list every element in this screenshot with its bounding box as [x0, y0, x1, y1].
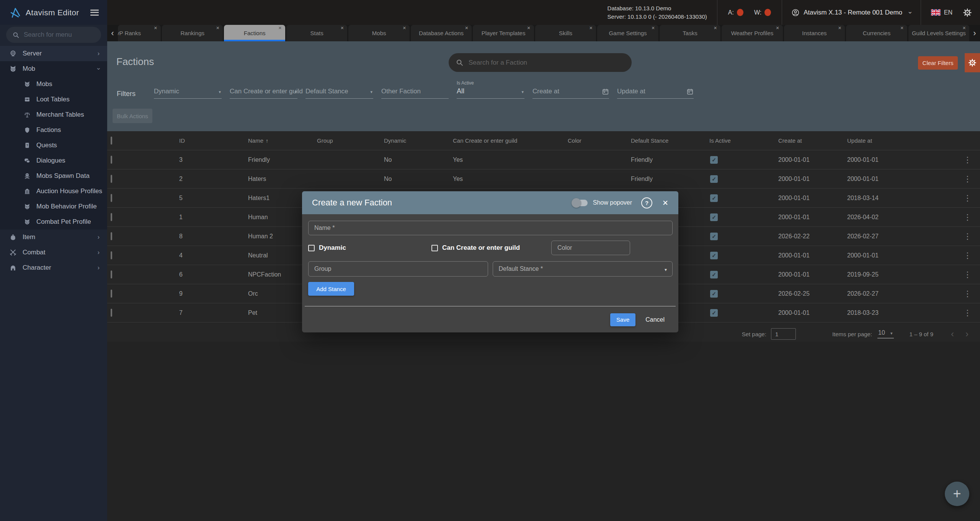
row-actions-menu[interactable]: ⋮ [964, 308, 980, 317]
items-per-page-select[interactable]: 10▾ [877, 329, 894, 339]
row-checkbox[interactable] [111, 175, 112, 183]
column-header-update-at[interactable]: Update at [844, 137, 913, 144]
column-header-dynamic[interactable]: Dynamic [381, 137, 450, 144]
is-active-checkbox[interactable]: ✓ [710, 156, 718, 164]
sidebar-item-mob-behavior-profile[interactable]: Mob Behavior Profile [0, 199, 107, 214]
filter-default-stance[interactable]: Default Stance▾ [305, 81, 373, 99]
row-checkbox[interactable] [111, 232, 112, 240]
tab-database-actions[interactable]: Database Actions✕ [411, 25, 472, 41]
tab-close-icon[interactable]: ✕ [340, 26, 344, 31]
column-header-group[interactable]: Group [314, 137, 381, 144]
row-actions-menu[interactable]: ⋮ [964, 289, 980, 298]
tab-guild-levels-settings[interactable]: Guild Levels Settings✕ [908, 25, 969, 41]
add-stance-button[interactable]: Add Stance [308, 282, 354, 296]
filter-dynamic[interactable]: Dynamic▾ [154, 81, 222, 99]
is-active-checkbox[interactable]: ✓ [710, 309, 718, 317]
filter-create-at[interactable]: Create at [532, 81, 609, 99]
tab-close-icon[interactable]: ✕ [278, 26, 282, 31]
show-popover-toggle[interactable] [572, 200, 588, 206]
tab-close-icon[interactable]: ✕ [776, 26, 779, 31]
is-active-checkbox[interactable]: ✓ [710, 194, 718, 202]
save-button[interactable]: Save [610, 313, 635, 326]
sidebar-item-character[interactable]: Character› [0, 260, 107, 275]
group-field[interactable]: Group [308, 261, 488, 277]
sidebar-item-mobs-spawn-data[interactable]: Mobs Spawn Data [0, 168, 107, 184]
table-settings-button[interactable] [965, 53, 980, 72]
column-header-default-stance[interactable]: Default Stance [628, 137, 706, 144]
tabs-scroll-left-button[interactable]: ‹ [107, 25, 118, 41]
row-actions-menu[interactable]: ⋮ [964, 270, 980, 279]
tab-tasks[interactable]: Tasks✕ [660, 25, 720, 41]
menu-toggle-button[interactable] [90, 8, 99, 17]
tab-currencies[interactable]: Currencies✕ [846, 25, 907, 41]
tab-factions[interactable]: Factions✕ [224, 25, 285, 41]
server-selector[interactable]: Atavism X.13 - Remote 001 Demo › [782, 8, 921, 17]
tab-close-icon[interactable]: ✕ [900, 26, 903, 31]
settings-gear-icon[interactable] [962, 8, 972, 18]
row-actions-menu[interactable]: ⋮ [964, 213, 980, 222]
sidebar-item-combat-pet-profile[interactable]: Combat Pet Profile [0, 214, 107, 230]
sidebar-item-quests[interactable]: Quests [0, 138, 107, 153]
filter-is-active[interactable]: Is ActiveAll▾ [457, 81, 524, 99]
is-active-checkbox[interactable]: ✓ [710, 213, 718, 221]
is-active-checkbox[interactable]: ✓ [710, 233, 718, 240]
row-checkbox[interactable] [111, 156, 112, 164]
add-faction-fab[interactable]: + [945, 482, 969, 506]
bulk-actions-button[interactable]: Bulk Actions [113, 109, 152, 123]
sidebar-item-combat[interactable]: Combat› [0, 245, 107, 260]
column-header-color[interactable]: Color [565, 137, 628, 144]
tabs-scroll-right-button[interactable]: › [969, 25, 980, 41]
is-active-checkbox[interactable]: ✓ [710, 175, 718, 183]
sidebar-item-factions[interactable]: Factions [0, 122, 107, 138]
can-create-checkbox[interactable]: Can Create or enter guild [431, 244, 551, 252]
sidebar-item-dialogues[interactable]: Dialogues [0, 153, 107, 168]
column-header-id[interactable]: ID [176, 137, 245, 144]
row-checkbox[interactable] [111, 290, 112, 298]
sidebar-item-loot-tables[interactable]: Loot Tables [0, 92, 107, 107]
row-checkbox[interactable] [111, 270, 112, 278]
language-selector[interactable]: EN [921, 9, 962, 16]
sidebar-item-item[interactable]: Item› [0, 230, 107, 245]
color-field[interactable]: Color [551, 241, 630, 255]
tab-rankings[interactable]: Rankings✕ [162, 25, 223, 41]
tab-close-icon[interactable]: ✕ [589, 26, 593, 31]
tab-close-icon[interactable]: ✕ [838, 26, 841, 31]
column-header-is-active[interactable]: Is Active [706, 137, 775, 144]
tab-pvp-ranks[interactable]: PvP Ranks✕ [118, 25, 161, 41]
sidebar-item-mob[interactable]: Mob› [0, 61, 107, 77]
tab-close-icon[interactable]: ✕ [652, 26, 655, 31]
close-dialog-button[interactable]: ✕ [662, 199, 668, 207]
row-actions-menu[interactable]: ⋮ [964, 194, 980, 203]
sidebar-item-server[interactable]: Server› [0, 46, 107, 61]
filter-update-at[interactable]: Update at [617, 81, 694, 99]
column-header-can-create-or-enter-guild[interactable]: Can Create or enter guild [450, 137, 565, 144]
column-header-create-at[interactable]: Create at [775, 137, 844, 144]
tab-instances[interactable]: Instances✕ [784, 25, 845, 41]
row-checkbox[interactable] [111, 309, 112, 317]
row-actions-menu[interactable]: ⋮ [964, 232, 980, 241]
filter-can-create-or-enter-guild[interactable]: Can Create or enter guild▾ [230, 81, 297, 99]
tab-close-icon[interactable]: ✕ [403, 26, 406, 31]
row-checkbox[interactable] [111, 194, 112, 202]
select-all-checkbox[interactable] [111, 137, 112, 145]
sidebar-item-auction-house-profiles[interactable]: Auction House Profiles [0, 184, 107, 199]
tab-close-icon[interactable]: ✕ [216, 26, 219, 31]
tab-mobs[interactable]: Mobs✕ [348, 25, 409, 41]
tab-game-settings[interactable]: Game Settings✕ [597, 25, 658, 41]
column-header-name[interactable]: Name↑ [245, 137, 314, 144]
sidebar-item-merchant-tables[interactable]: Merchant Tables [0, 107, 107, 122]
faction-search-input[interactable]: Search for a Faction [449, 53, 632, 72]
tab-skills[interactable]: Skills✕ [535, 25, 596, 41]
tab-weather-profiles[interactable]: Weather Profiles✕ [722, 25, 782, 41]
tab-close-icon[interactable]: ✕ [465, 26, 468, 31]
is-active-checkbox[interactable]: ✓ [710, 252, 718, 259]
is-active-checkbox[interactable]: ✓ [710, 271, 718, 278]
previous-page-button[interactable]: ‹ [951, 329, 954, 339]
clear-filters-button[interactable]: Clear Filters [918, 56, 958, 70]
name-field[interactable]: Name * [308, 221, 673, 235]
filter-other-faction[interactable]: Other Faction [381, 81, 449, 99]
tab-close-icon[interactable]: ✕ [714, 26, 717, 31]
is-active-checkbox[interactable]: ✓ [710, 290, 718, 298]
help-button[interactable]: ? [641, 197, 652, 208]
row-actions-menu[interactable]: ⋮ [964, 155, 980, 164]
